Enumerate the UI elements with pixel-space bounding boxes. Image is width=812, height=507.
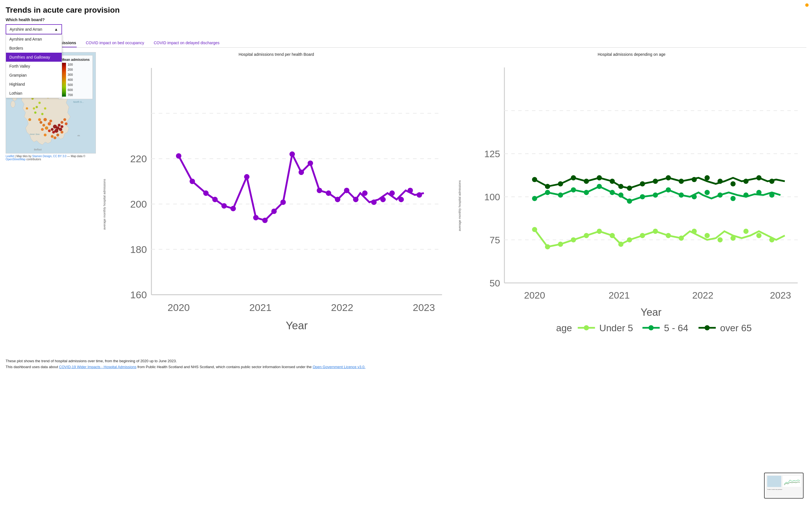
- svg-point-68: [244, 174, 250, 179]
- svg-text:125: 125: [485, 149, 500, 159]
- svg-point-104: [545, 190, 550, 195]
- svg-point-18: [40, 121, 42, 124]
- svg-point-142: [769, 179, 774, 184]
- dropdown-menu: Ayrshire and Arran Borders Dumfries and …: [6, 34, 62, 98]
- health-board-dropdown[interactable]: Ayrshire and Arran ▲ Ayrshire and Arran …: [6, 24, 62, 34]
- svg-text:50: 50: [490, 278, 500, 288]
- chart1-inner: 160 180 200 220 2020 2021 2022 2023 Year: [106, 59, 451, 350]
- svg-point-15: [61, 121, 63, 124]
- chart2-svg: 50 75 100 125 2020 2021 2022 2023 Year: [461, 59, 806, 352]
- svg-point-40: [33, 107, 35, 110]
- svg-point-120: [744, 192, 749, 198]
- dropdown-item-grampian[interactable]: Grampian: [6, 71, 62, 80]
- svg-point-114: [666, 187, 671, 192]
- chart1-title: Hospital admissions trend per health Boa…: [101, 52, 451, 57]
- svg-point-118: [718, 192, 723, 198]
- svg-point-28: [61, 131, 63, 133]
- svg-point-12: [48, 129, 51, 132]
- tab-delayed-discharges[interactable]: COVID impact on delayed discharges: [153, 39, 220, 47]
- svg-point-25: [56, 133, 59, 136]
- svg-point-139: [730, 181, 735, 186]
- svg-point-108: [597, 184, 602, 189]
- description-text2: This dashboard uses data about: [6, 365, 59, 369]
- legend-val-300: 300: [68, 73, 73, 76]
- chart2-wrapper: average monthly hospital admissions: [457, 59, 806, 353]
- svg-text:180: 180: [130, 244, 147, 255]
- belfast-label: Belfast: [34, 148, 42, 151]
- svg-point-80: [353, 197, 358, 202]
- svg-point-73: [290, 152, 295, 157]
- tab-bar: COVID impact in hospital admissions COVI…: [6, 39, 806, 48]
- svg-text:2023: 2023: [770, 290, 791, 300]
- svg-text:2022: 2022: [692, 290, 713, 300]
- dropdown-item-borders[interactable]: Borders: [6, 44, 62, 53]
- partial-label: rth: [77, 134, 80, 137]
- licence-link[interactable]: Open Government Licence v3.0.: [313, 365, 365, 369]
- svg-point-133: [653, 179, 658, 184]
- svg-text:200: 200: [130, 199, 147, 210]
- chart-admissions-age: Hospital admissions depending on age ave…: [457, 52, 806, 353]
- svg-point-135: [679, 179, 684, 184]
- dropdown-selected-value: Ayrshire and Arran: [10, 27, 42, 32]
- svg-point-171: [705, 325, 710, 330]
- svg-point-20: [41, 128, 44, 131]
- svg-point-131: [627, 186, 632, 191]
- svg-text:Under 5: Under 5: [599, 323, 633, 333]
- svg-text:2021: 2021: [249, 302, 271, 313]
- svg-point-14: [49, 120, 52, 122]
- svg-point-151: [627, 237, 632, 242]
- svg-point-76: [317, 187, 322, 193]
- leaflet-link[interactable]: Leaflet: [6, 155, 14, 158]
- svg-point-132: [640, 181, 645, 186]
- svg-point-113: [653, 192, 658, 198]
- svg-point-145: [558, 242, 563, 247]
- inner-sea-label: Inner Sea: [30, 133, 40, 135]
- svg-point-146: [571, 237, 576, 242]
- data-link[interactable]: COVID-19 Wider Impacts - Hospital Admiss…: [59, 365, 137, 369]
- svg-point-34: [44, 107, 46, 110]
- dropdown-item-ayrshire[interactable]: Ayrshire and Arran: [6, 35, 62, 44]
- legend-title: Mean admissions: [61, 58, 90, 62]
- svg-text:160: 160: [130, 289, 147, 300]
- svg-point-72: [280, 200, 286, 205]
- svg-point-159: [730, 235, 735, 240]
- svg-text:2022: 2022: [331, 302, 353, 313]
- osm-link[interactable]: OpenStreetMap: [6, 158, 26, 161]
- svg-point-19: [65, 122, 68, 125]
- chart1-y-label: average monthly hospital admissions: [101, 59, 106, 350]
- svg-point-119: [730, 196, 735, 201]
- status-dot: [805, 3, 809, 7]
- svg-point-144: [545, 244, 550, 249]
- legend-val-200: 200: [68, 68, 73, 71]
- dropdown-item-lothian[interactable]: Lothian: [6, 89, 62, 98]
- chart-admissions-trend: Hospital admissions trend per health Boa…: [101, 52, 451, 353]
- svg-text:age: age: [556, 323, 572, 333]
- svg-text:220: 220: [130, 153, 147, 165]
- svg-point-138: [718, 179, 723, 184]
- chevron-up-icon: ▲: [54, 27, 58, 32]
- legend-val-100: 100: [68, 63, 73, 66]
- dropdown-item-highland[interactable]: Highland: [6, 80, 62, 89]
- tab-bed-occupancy[interactable]: COVID impact on bed occupancy: [85, 39, 145, 47]
- svg-point-3: [11, 101, 15, 108]
- svg-point-74: [299, 170, 304, 175]
- svg-point-129: [610, 179, 615, 184]
- dropdown-trigger[interactable]: Ayrshire and Arran ▲: [6, 24, 62, 34]
- svg-text:2023: 2023: [413, 302, 435, 313]
- svg-point-7: [58, 124, 61, 127]
- svg-point-155: [679, 235, 684, 240]
- stamen-link[interactable]: Stamen Design, CC BY 3.0: [32, 155, 66, 158]
- svg-point-116: [692, 194, 697, 199]
- dropdown-item-dumfries[interactable]: Dumfries and Galloway: [6, 53, 62, 62]
- svg-point-77: [326, 190, 331, 196]
- chart2-y-label: average monthly hospital admissions: [457, 59, 461, 353]
- svg-point-168: [649, 325, 654, 330]
- dropdown-item-forth[interactable]: Forth Valley: [6, 62, 62, 71]
- svg-point-154: [666, 233, 671, 238]
- svg-point-141: [756, 175, 762, 180]
- svg-point-87: [417, 192, 422, 198]
- svg-point-153: [653, 229, 658, 234]
- legend-val-400: 400: [68, 78, 73, 81]
- svg-point-10: [54, 129, 58, 133]
- legend-labels: 100 200 300 400 500 600 700: [68, 63, 73, 97]
